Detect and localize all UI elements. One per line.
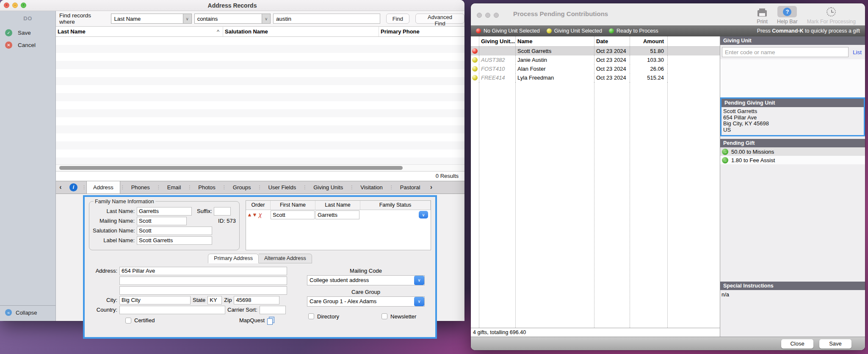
results-column-headers: Last Name ^ Salutation Name Primary Phon… [56, 26, 464, 37]
col-giving-unit[interactable]: Giving Unit... [479, 36, 516, 46]
record-id: ID: 573 [218, 218, 236, 224]
tab-visitation[interactable]: Visitation [354, 181, 389, 194]
traffic-lights-inactive [477, 13, 499, 18]
tab-address[interactable]: Address [86, 181, 120, 194]
carrier-sort-label: Carrier Sort: [225, 307, 260, 313]
move-down-icon[interactable]: ▼ [252, 212, 257, 217]
contribution-row[interactable]: FREE414 Lyla Freedman Oct 23 2024 515.24 [471, 73, 720, 82]
find-field-select[interactable]: Last Name ∨ [111, 14, 191, 24]
newsletter-checkbox[interactable] [381, 313, 387, 319]
save-label: Save [18, 30, 31, 36]
zoom-window-icon[interactable] [494, 13, 499, 18]
contribution-row[interactable]: FOST410 Alan Foster Oct 23 2024 26.06 [471, 64, 720, 73]
horizontal-scrollbar[interactable] [56, 164, 464, 171]
column-header-last-name[interactable]: Last Name ^ [56, 27, 223, 36]
close-window-icon[interactable] [477, 13, 482, 18]
state-field[interactable] [207, 296, 222, 304]
pending-giving-unit-box[interactable]: Pending Giving Unit Scott Garretts 654 P… [720, 97, 865, 136]
results-list[interactable] [56, 37, 464, 164]
move-up-icon[interactable]: ▲ [247, 212, 252, 217]
chevron-down-icon[interactable]: ∨ [414, 297, 424, 306]
minimize-window-icon[interactable] [485, 13, 490, 18]
column-header-salutation-name[interactable]: Salutation Name [223, 27, 379, 36]
tab-info[interactable]: i [65, 181, 82, 194]
tab-pastoral[interactable]: Pastoral [394, 181, 427, 194]
chevron-down-icon[interactable]: ∨ [414, 276, 424, 285]
mailing-code-value: College student address [307, 277, 369, 283]
city-field[interactable] [119, 296, 191, 304]
contribution-row[interactable]: Scott Garretts Oct 23 2024 51.80 [471, 47, 720, 55]
col-date[interactable]: Date [594, 36, 630, 46]
tab-phones[interactable]: Phones [125, 181, 156, 194]
col-name[interactable]: Name [516, 36, 594, 46]
advanced-find-button[interactable]: Advanced Find [415, 14, 464, 24]
family-name-information-group: Family Name Information Last Name: Suffi… [89, 199, 240, 250]
close-button[interactable]: Close [781, 339, 813, 348]
scrollbar-thumb[interactable] [59, 166, 403, 170]
member-row: ▲ ▼ χ Scott Garretts ∨ [246, 210, 431, 220]
mailing-code-select[interactable]: College student address ∨ [307, 275, 425, 285]
col-amount[interactable]: Amount [630, 36, 668, 46]
mailing-code-label: Mailing Code [350, 268, 382, 274]
mapquest-copy-icon[interactable] [267, 317, 274, 324]
label-name-field[interactable] [137, 236, 212, 245]
results-count: 0 Results [436, 173, 459, 179]
gift-arrow-icon: → [722, 149, 728, 155]
country-field[interactable] [119, 306, 225, 314]
tab-giving-units[interactable]: Giving Units [307, 181, 349, 194]
print-button[interactable]: Print [757, 6, 768, 25]
mark-for-processing-label: Mark For Processing [807, 19, 856, 25]
member-last-name-field[interactable]: Garretts [315, 210, 359, 219]
carrier-sort-field[interactable] [260, 306, 286, 314]
pending-gift-item[interactable]: → 1.80 to Fee Assist [720, 156, 865, 164]
column-header-primary-phone[interactable]: Primary Phone [379, 27, 464, 36]
last-name-field[interactable] [137, 207, 192, 216]
suffix-field[interactable] [214, 207, 231, 216]
cancel-button[interactable]: ✕ Cancel [0, 39, 55, 51]
printer-icon [757, 10, 767, 17]
tab-groups[interactable]: Groups [227, 181, 257, 194]
search-input[interactable] [273, 14, 380, 24]
help-bar-button[interactable]: ? Help Bar [777, 6, 798, 25]
chevron-down-icon: ∨ [183, 14, 191, 23]
window-footer: Close Save [471, 337, 865, 350]
giving-unit-results-area [720, 59, 865, 97]
contribution-row[interactable]: AUST382 Janie Austin Oct 23 2024 103.30 [471, 55, 720, 64]
save-button[interactable]: Save [819, 339, 851, 348]
sidebar-header: DO [0, 15, 55, 22]
mailing-name-label: Mailing Name: [93, 218, 137, 224]
tab-alternate-address[interactable]: Alternate Address [259, 254, 312, 263]
tab-photos[interactable]: Photos [192, 181, 221, 194]
tab-user-fields[interactable]: User Fields [262, 181, 302, 194]
address-line3-field[interactable] [119, 286, 287, 295]
find-operator-select[interactable]: contains ∨ [194, 14, 271, 24]
sort-ascending-icon: ^ [217, 28, 219, 35]
salutation-name-field[interactable] [137, 227, 212, 235]
zip-field[interactable] [234, 296, 279, 304]
find-button[interactable]: Find [386, 14, 409, 24]
tabs-scroll-left-icon[interactable]: ‹ [56, 181, 65, 194]
tabs-scroll-right-icon[interactable]: › [426, 181, 436, 194]
tab-email[interactable]: Email [161, 181, 188, 194]
save-button[interactable]: ✓ Save [0, 27, 55, 39]
giving-unit-section-header: Giving Unit [720, 36, 865, 45]
address-line1-field[interactable] [119, 267, 287, 275]
suffix-label: Suffix: [197, 208, 214, 214]
family-status-dropdown-button[interactable]: ∨ [419, 211, 428, 218]
pending-gift-item[interactable]: → 50.00 to Missions [720, 147, 865, 156]
collapse-button[interactable]: « Collapse [0, 305, 55, 321]
find-operator-value: contains [197, 16, 218, 22]
tab-primary-address[interactable]: Primary Address [208, 254, 259, 263]
legend-red-label: No Giving Unit Selected [484, 28, 540, 34]
list-link[interactable]: List [853, 49, 862, 55]
certified-checkbox[interactable] [125, 318, 131, 324]
care-group-select[interactable]: Care Group 1 - Alex Adams ∨ [307, 296, 425, 307]
legend-yellow-label: Giving Unit Selected [554, 28, 602, 34]
remove-member-icon[interactable]: χ [259, 211, 262, 218]
address-line2-field[interactable] [119, 277, 287, 285]
giving-unit-selected-icon [472, 57, 478, 63]
mailing-name-field[interactable] [137, 217, 187, 225]
directory-checkbox[interactable] [308, 313, 314, 319]
giving-unit-search-input[interactable] [722, 47, 849, 57]
member-first-name-field[interactable]: Scott [271, 210, 315, 219]
